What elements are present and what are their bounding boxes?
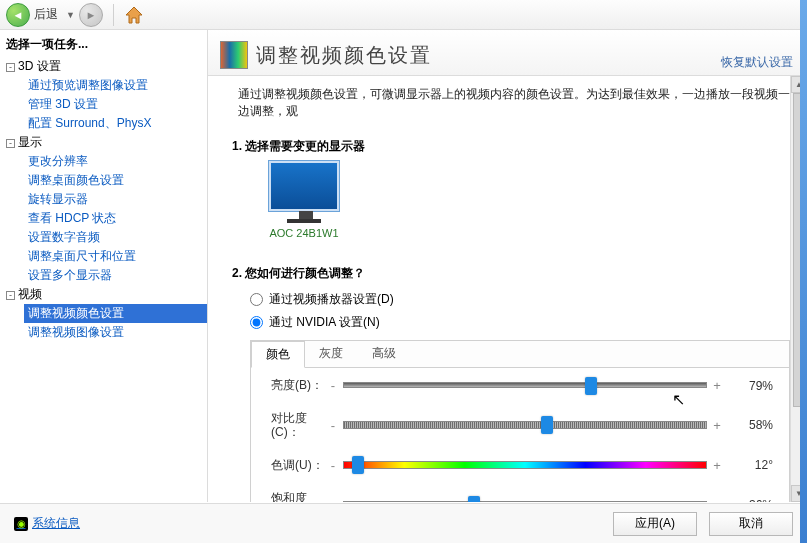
description-text: 通过调整视频颜色设置，可微调显示器上的视频内容的颜色设置。为达到最佳效果，一边播… [208, 76, 807, 130]
toolbar-separator [113, 4, 114, 26]
slider-minus: - [327, 378, 339, 393]
tree-category[interactable]: 视频 [18, 287, 42, 301]
slider-value: 58% [729, 418, 773, 432]
slider-label: 饱和度(S)： [271, 491, 327, 502]
top-nav-bar: ◄ 后退 ▼ ► [0, 0, 807, 30]
radio-nvidia-input[interactable] [250, 316, 263, 329]
slider-thumb[interactable] [468, 496, 480, 502]
tree-toggle[interactable]: - [6, 139, 15, 148]
content-pane: 调整视频颜色设置 恢复默认设置 通过调整视频颜色设置，可微调显示器上的视频内容的… [208, 30, 807, 502]
monitor-label: AOC 24B1W1 [254, 227, 354, 239]
tree-item[interactable]: 设置多个显示器 [24, 266, 207, 285]
sidebar-header: 选择一项任务... [2, 34, 207, 57]
tree-category[interactable]: 显示 [18, 135, 42, 149]
tree-item[interactable]: 查看 HDCP 状态 [24, 209, 207, 228]
tab-高级[interactable]: 高级 [358, 341, 411, 367]
radio-nvidia-settings[interactable]: 通过 NVIDIA 设置(N) [208, 311, 807, 334]
slider-label: 亮度(B)： [271, 378, 327, 392]
tab-strip: 颜色灰度高级 [251, 341, 789, 368]
nav-back-dropdown[interactable]: ▼ [66, 10, 75, 20]
monitor-icon [269, 161, 339, 211]
slider-row: 色调(U)：-+12° [271, 458, 773, 473]
slider-track[interactable] [343, 461, 707, 469]
slider-value: 36% [729, 498, 773, 502]
tree-item[interactable]: 配置 Surround、PhysX [24, 114, 207, 133]
slider-value: 79% [729, 379, 773, 393]
tree-item[interactable]: 调整桌面尺寸和位置 [24, 247, 207, 266]
slider-label: 对比度(C)： [271, 411, 327, 440]
tree-item[interactable]: 调整桌面颜色设置 [24, 171, 207, 190]
nav-back-button[interactable]: ◄ [6, 3, 30, 27]
sysinfo-label: 系统信息 [32, 515, 80, 532]
tree-item[interactable]: 调整视频颜色设置 [24, 304, 207, 323]
tab-灰度[interactable]: 灰度 [305, 341, 358, 367]
title-bar: 调整视频颜色设置 恢复默认设置 [208, 30, 807, 76]
slider-minus: - [327, 458, 339, 473]
apply-button[interactable]: 应用(A) [613, 512, 697, 536]
section-1-title: 1. 选择需要变更的显示器 [208, 130, 807, 161]
radio-player-input[interactable] [250, 293, 263, 306]
slider-track[interactable] [343, 421, 707, 429]
sysinfo-icon: ◉ [14, 517, 28, 531]
tree-item[interactable]: 旋转显示器 [24, 190, 207, 209]
monitor-select[interactable]: AOC 24B1W1 [254, 161, 354, 239]
slider-row: 亮度(B)：-+79% [271, 378, 773, 393]
title-icon [220, 41, 248, 69]
tree-item[interactable]: 通过预览调整图像设置 [24, 76, 207, 95]
slider-label: 色调(U)： [271, 458, 327, 472]
slider-row: 对比度(C)：-+58% [271, 411, 773, 440]
tab-颜色[interactable]: 颜色 [251, 341, 305, 368]
tree-item[interactable]: 管理 3D 设置 [24, 95, 207, 114]
system-info-link[interactable]: ◉ 系统信息 [14, 515, 80, 532]
page-title: 调整视频颜色设置 [256, 42, 432, 69]
tree-item[interactable]: 更改分辨率 [24, 152, 207, 171]
slider-plus: + [711, 498, 723, 502]
nav-forward-button: ► [79, 3, 103, 27]
slider-thumb[interactable] [585, 377, 597, 395]
slider-thumb[interactable] [352, 456, 364, 474]
slider-plus: + [711, 458, 723, 473]
tree-toggle[interactable]: - [6, 291, 15, 300]
home-icon[interactable] [124, 6, 144, 24]
nav-back-label: 后退 [34, 6, 58, 23]
slider-plus: + [711, 418, 723, 433]
radio-player-settings[interactable]: 通过视频播放器设置(D) [208, 288, 807, 311]
window-right-edge [800, 0, 807, 543]
slider-track[interactable] [343, 382, 707, 390]
sidebar: 选择一项任务... -3D 设置通过预览调整图像设置管理 3D 设置配置 Sur… [0, 30, 208, 502]
slider-row: 饱和度(S)：-+36% [271, 491, 773, 502]
slider-value: 12° [729, 458, 773, 472]
section-2-title: 2. 您如何进行颜色调整？ [208, 257, 807, 288]
slider-track[interactable] [343, 501, 707, 502]
slider-minus: - [327, 418, 339, 433]
footer-bar: ◉ 系统信息 应用(A) 取消 [0, 503, 807, 543]
radio-nvidia-label: 通过 NVIDIA 设置(N) [269, 314, 380, 331]
cancel-button[interactable]: 取消 [709, 512, 793, 536]
tree-item[interactable]: 调整视频图像设置 [24, 323, 207, 342]
slider-plus: + [711, 378, 723, 393]
slider-minus: - [327, 498, 339, 502]
color-tabs-panel: 颜色灰度高级 亮度(B)：-+79%对比度(C)：-+58%色调(U)：-+12… [250, 340, 790, 502]
tree-category[interactable]: 3D 设置 [18, 59, 61, 73]
radio-player-label: 通过视频播放器设置(D) [269, 291, 394, 308]
slider-thumb[interactable] [541, 416, 553, 434]
restore-defaults-link[interactable]: 恢复默认设置 [721, 54, 793, 71]
tree-toggle[interactable]: - [6, 63, 15, 72]
tree-item[interactable]: 设置数字音频 [24, 228, 207, 247]
